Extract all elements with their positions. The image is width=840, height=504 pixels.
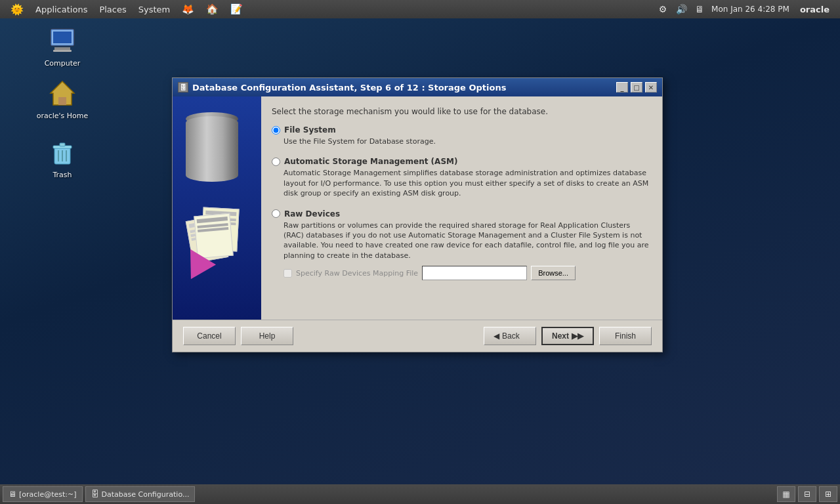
option-asm: Automatic Storage Management (ASM) Autom… <box>272 157 649 198</box>
top-panel-right: ⚙ 🔊 🖥 Mon Jan 26 4:28 PM oracle <box>656 3 835 16</box>
radio-asm[interactable] <box>272 158 280 166</box>
window-titlebar: 🗄 Database Configuration Assistant, Step… <box>173 78 662 96</box>
mapping-label: Specify Raw Devices Mapping File <box>296 269 418 278</box>
minimize-button[interactable]: _ <box>616 82 628 93</box>
taskbar-layout-btn1[interactable]: ▦ <box>777 486 795 502</box>
file-system-desc: Use the File System for Database storage… <box>284 136 649 146</box>
home-icon[interactable]: 🏠 <box>201 2 224 16</box>
back-button[interactable]: ◀ Back <box>484 327 536 345</box>
radio-raw-devices[interactable] <box>272 209 280 218</box>
footer-right: ◀ Back Next ▶▶ Finish <box>484 327 652 345</box>
oracles-home-icon <box>47 77 78 109</box>
asm-desc: Automatic Storage Management simplifies … <box>284 168 649 198</box>
svg-rect-2 <box>53 50 72 52</box>
svg-rect-7 <box>58 97 66 105</box>
taskbar-terminal[interactable]: 🖥 [oracle@test:~] <box>3 486 83 502</box>
desktop-icon-oracles-home[interactable]: oracle's Home <box>36 77 89 120</box>
desktop-icon-trash[interactable]: Trash <box>36 136 89 179</box>
radio-file-system[interactable] <box>272 126 280 135</box>
applications-menu[interactable]: Applications <box>30 3 93 16</box>
svg-rect-1 <box>54 47 70 50</box>
radio-file-system-label[interactable]: File System <box>272 125 649 135</box>
raw-desc: Raw partitions or volumes can provide th… <box>284 220 649 261</box>
window-footer: Cancel Help ◀ Back Next ▶▶ Finish <box>173 320 662 352</box>
sidebar-graphic <box>173 96 261 320</box>
volume-icon[interactable]: 🔊 <box>675 3 688 16</box>
trash-icon <box>47 136 78 168</box>
radio-raw-label[interactable]: Raw Devices <box>272 209 649 219</box>
taskbar: 🖥 [oracle@test:~] 🗄 Database Configurati… <box>0 484 840 504</box>
finish-button[interactable]: Finish <box>599 327 652 345</box>
intro-text: Select the storage mechanism you would l… <box>272 107 649 116</box>
close-button[interactable]: ✕ <box>645 82 657 93</box>
browse-button[interactable]: Browse... <box>531 266 576 280</box>
window-body: Select the storage mechanism you would l… <box>173 96 662 320</box>
top-panel: 🌞 Applications Places System 🦊 🏠 📝 ⚙ 🔊 🖥… <box>0 0 840 18</box>
svg-rect-10 <box>60 143 65 146</box>
places-menu[interactable]: Places <box>94 3 131 16</box>
taskbar-layout-btn3[interactable]: ⊞ <box>819 486 837 502</box>
drum <box>186 116 238 182</box>
window-icon: 🗄 <box>178 82 188 93</box>
footer-left: Cancel Help <box>183 327 293 345</box>
option-file-system: File System Use the File System for Data… <box>272 125 649 146</box>
window-content: Select the storage mechanism you would l… <box>261 96 662 320</box>
taskbar-right: ▦ ⊟ ⊞ <box>777 486 837 502</box>
svg-rect-4 <box>53 32 72 43</box>
username-label: oracle <box>795 3 835 16</box>
computer-label: Computer <box>45 59 81 68</box>
window-controls: _ □ ✕ <box>616 82 657 93</box>
oracles-home-label: oracle's Home <box>37 112 89 120</box>
firefox-icon[interactable]: 🦊 <box>177 2 200 16</box>
mapping-row: Specify Raw Devices Mapping File Browse.… <box>284 266 649 280</box>
activities-icon[interactable]: 🌞 <box>5 2 29 17</box>
dbconfig-window: 🗄 Database Configuration Assistant, Step… <box>172 77 663 352</box>
cancel-button[interactable]: Cancel <box>183 327 236 345</box>
window-title: Database Configuration Assistant, Step 6… <box>192 83 506 93</box>
notes-icon[interactable]: 📝 <box>225 2 248 16</box>
back-arrow-icon: ◀ <box>494 331 499 341</box>
taskbar-dbconfig[interactable]: 🗄 Database Configuratio... <box>85 486 196 502</box>
next-arrow-icon: ▶▶ <box>572 331 583 341</box>
titlebar-left: 🗄 Database Configuration Assistant, Step… <box>178 82 506 93</box>
trash-label: Trash <box>52 171 72 179</box>
maximize-button[interactable]: □ <box>631 82 642 93</box>
radio-asm-label[interactable]: Automatic Storage Management (ASM) <box>272 157 649 166</box>
mapping-input[interactable] <box>422 266 527 280</box>
taskbar-layout-btn2[interactable]: ⊟ <box>798 486 816 502</box>
network-icon[interactable]: 🖥 <box>693 3 706 16</box>
mapping-checkbox[interactable] <box>284 269 292 278</box>
top-panel-left: 🌞 Applications Places System 🦊 🏠 📝 <box>5 2 248 17</box>
option-raw-devices: Raw Devices Raw partitions or volumes ca… <box>272 209 649 281</box>
power-icon[interactable]: ⚙ <box>656 3 669 16</box>
help-button[interactable]: Help <box>241 327 293 345</box>
clock: Mon Jan 26 4:28 PM <box>711 5 789 14</box>
next-button[interactable]: Next ▶▶ <box>541 327 594 345</box>
computer-icon <box>47 25 78 56</box>
system-menu[interactable]: System <box>133 3 175 16</box>
desktop-icon-computer[interactable]: Computer <box>36 25 89 68</box>
